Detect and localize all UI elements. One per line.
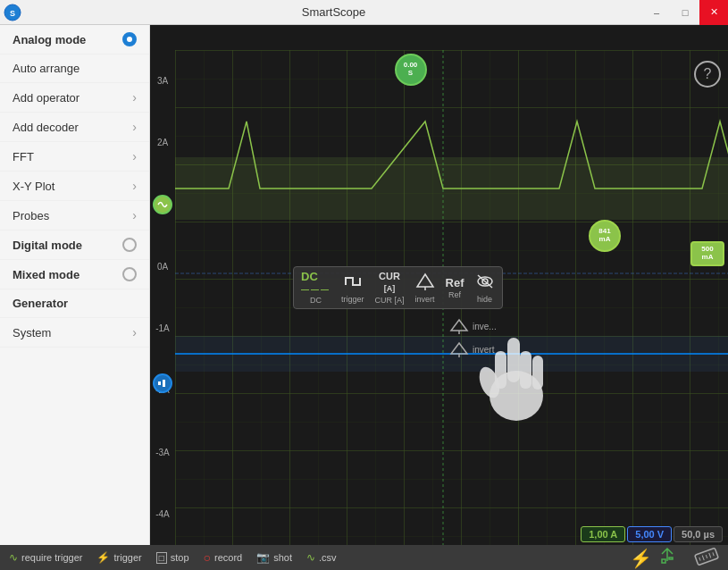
popup-btn-ref[interactable]: Ref Ref [446,277,464,299]
invert-stack: inve... invert [449,318,497,357]
sidebar-item-system[interactable]: System › [0,318,149,348]
svg-line-31 [713,552,714,556]
voltage-marker-1[interactable]: 841mA [589,220,621,252]
time-marker-value: 0.00S [404,62,418,78]
status-record[interactable]: ○ record [204,550,243,565]
sidebar-item-generator[interactable]: Generator [0,289,149,318]
y-label-0a: 0A [157,262,168,272]
auto-arrange-label: Auto arrange [13,62,79,75]
y-axis: 3A 2A 1A 0A -1A -2A -3A -4A [150,50,175,545]
minimize-button[interactable]: – [642,0,671,25]
require-trigger-label: require trigger [21,552,82,563]
signal-1-handle[interactable] [150,195,175,214]
svg-line-30 [709,552,711,557]
ref-label: Ref [448,290,461,299]
record-label: record [214,552,242,563]
status-shot[interactable]: 📷 shot [256,551,292,564]
voltage-marker-2[interactable]: 500mA [690,241,724,266]
sidebar-item-analog-mode[interactable]: Analog mode [0,25,149,54]
y-label-m1a: -1A [155,323,170,333]
current-measurement[interactable]: 1,00 A [581,526,625,542]
mixed-mode-label: Mixed mode [13,268,79,281]
y-label-m3a: -3A [155,448,170,457]
chevron-icon: › [132,120,137,134]
sidebar-item-add-decoder[interactable]: Add decoder › [0,113,149,142]
app-title: SmartScope [25,5,642,19]
hide-icon [475,272,495,293]
csv-label: .csv [319,552,337,563]
ref-icon: Ref [446,277,464,289]
add-decoder-label: Add decoder [13,121,79,134]
window-controls: – □ ✕ [642,0,728,25]
sidebar-item-auto-arrange[interactable]: Auto arrange [0,54,149,83]
probes-label: Probes [13,209,49,222]
voltage-marker-1-value: 841mA [598,228,610,244]
main-layout: Analog mode Auto arrange Add operator › … [0,25,728,545]
svg-rect-10 [163,380,165,387]
dc-icon: DC——— [301,271,331,294]
chevron-icon: › [132,149,137,163]
sidebar-item-add-operator[interactable]: Add operator › [0,83,149,113]
mixed-mode-radio[interactable] [122,267,137,281]
current-value: 1,00 A [589,529,617,540]
popup-btn-dc[interactable]: DC——— DC [301,271,331,305]
analog-mode-label: Analog mode [13,33,86,46]
y-label-2a: 2A [157,138,168,147]
popup-toolbar: DC——— DC trigger CUR[A] CUR [A] [293,266,503,309]
svg-rect-4 [175,157,728,220]
popup-btn-invert[interactable]: invert [415,272,435,304]
time-measurement[interactable]: 50,0 µs [674,526,723,542]
invert-item-2[interactable]: invert [449,341,497,357]
chevron-icon: › [132,90,137,105]
invert-label-1: inve... [473,322,497,331]
sidebar-item-mixed-mode[interactable]: Mixed mode [0,260,149,289]
sidebar-item-fft[interactable]: FFT › [0,142,149,172]
usb-icon: ⚡ [630,549,652,568]
sidebar-item-probes[interactable]: Probes › [0,201,149,231]
time-marker[interactable]: 0.00S [395,54,427,86]
status-require-trigger[interactable]: ∿ require trigger [9,551,82,564]
help-button[interactable]: ? [694,61,721,88]
popup-btn-trigger[interactable]: trigger [341,272,364,304]
svg-rect-21 [507,338,520,382]
signal-2-circle[interactable] [153,373,172,393]
system-label: System [13,326,51,339]
svg-marker-11 [417,274,433,287]
invert-item-1[interactable]: inve... [449,318,497,334]
status-csv[interactable]: ∿ .csv [306,551,337,564]
invert-label-2: invert [473,345,494,355]
close-button[interactable]: ✕ [699,0,728,25]
chevron-icon: › [132,325,137,339]
sidebar-item-xy-plot[interactable]: X-Y Plot › [0,172,149,201]
titlebar: S SmartScope – □ ✕ [0,0,728,25]
sidebar: Analog mode Auto arrange Add operator › … [0,25,150,545]
popup-btn-cur[interactable]: CUR[A] CUR [A] [375,271,405,305]
svg-marker-16 [451,320,467,331]
voltage-marker-2-value: 500mA [701,246,713,262]
time-value: 50,0 µs [682,529,715,540]
xy-plot-label: X-Y Plot [13,180,54,193]
invert-icon [415,272,435,293]
svg-rect-22 [495,351,506,389]
signal-2-handle[interactable] [150,373,175,393]
restore-button[interactable]: □ [671,0,699,25]
measurements-bar: 1,00 A 5,00 V 50,0 µs [575,524,728,545]
bolt-icon: ⚡ [96,551,110,564]
signal-1-circle[interactable] [153,195,172,214]
status-stop[interactable]: □ stop [156,552,189,564]
voltage-measurement[interactable]: 5,00 V [627,526,672,542]
analog-mode-radio[interactable] [122,32,137,46]
svg-rect-24 [532,356,543,390]
ruler-button[interactable] [694,544,719,571]
status-trigger[interactable]: ⚡ trigger [96,551,141,564]
digital-mode-radio[interactable] [122,238,137,252]
popup-btn-hide[interactable]: hide [475,272,495,304]
fft-label: FFT [13,150,34,163]
hide-label: hide [477,295,492,304]
dc-label: DC [310,296,322,305]
cur-icon: CUR[A] [379,271,400,294]
sidebar-item-digital-mode[interactable]: Digital mode [0,231,149,260]
trigger-label: trigger [113,552,141,563]
wave-icon: ∿ [9,551,18,564]
shot-label: shot [273,552,292,563]
